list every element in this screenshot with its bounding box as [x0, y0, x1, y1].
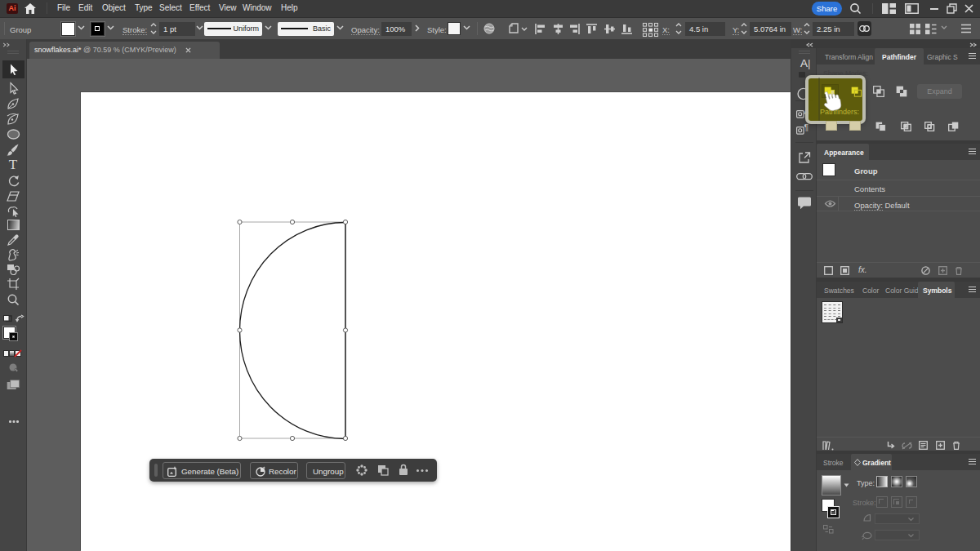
svg-text:¶: ¶	[804, 122, 809, 132]
